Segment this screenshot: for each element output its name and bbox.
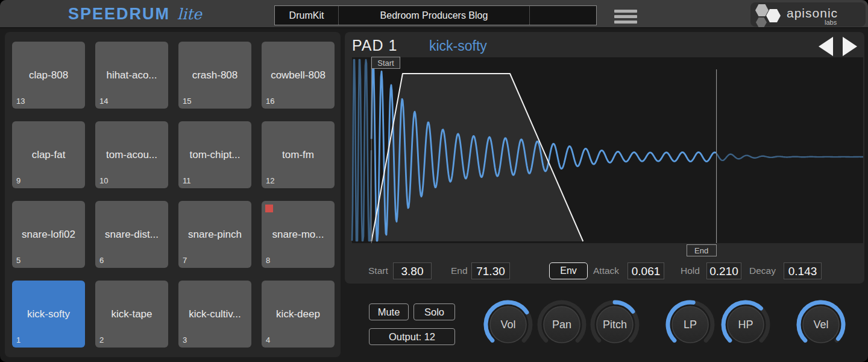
pad-active-indicator <box>265 205 273 212</box>
pad-snare-lofi02[interactable]: snare-lofi025 <box>12 201 85 268</box>
pad-name: cowbell-808 <box>271 69 326 81</box>
hexagon-icon <box>755 4 769 16</box>
next-pad-arrow-icon[interactable] <box>843 37 857 56</box>
pad-cowbell-808[interactable]: cowbell-80816 <box>262 42 335 109</box>
top-bar: SPEEDRUM lite DrumKit Bedroom Producers … <box>0 0 868 28</box>
pad-crash-808[interactable]: crash-80815 <box>178 42 251 109</box>
pad-number: 16 <box>266 97 274 106</box>
decay-param-label: Decay <box>749 262 776 279</box>
pad-name: snare-dist... <box>105 229 159 241</box>
start-param-label: Start <box>368 262 388 279</box>
drumkit-spare-cell <box>530 6 596 25</box>
waveform-svg <box>352 57 863 243</box>
pad-name: snare-lofi02 <box>22 229 75 241</box>
pad-number: 6 <box>99 256 104 265</box>
pad-number: 7 <box>183 256 187 265</box>
speedrum-logo: SPEEDRUM lite <box>68 5 202 24</box>
pad-number: 10 <box>99 176 108 185</box>
pads-panel: clap-80813hihat-aco...14crash-80815cowbe… <box>5 32 341 357</box>
pad-kick-softy[interactable]: kick-softy1 <box>12 281 85 348</box>
svg-text:Pitch: Pitch <box>603 319 627 331</box>
pad-tom-acou...[interactable]: tom-acou...10 <box>95 121 168 188</box>
pan-knob[interactable]: Pan <box>536 299 587 350</box>
pad-number: 1 <box>16 335 20 345</box>
pad-number: 2 <box>99 335 104 345</box>
pad-name: tom-chipt... <box>189 149 240 161</box>
pad-number: 13 <box>16 97 25 106</box>
waveform-post-end <box>717 153 863 160</box>
pad-name: kick-softy <box>27 308 70 320</box>
pad-number: 9 <box>16 176 20 185</box>
decay-param-value[interactable]: 0.143 <box>784 262 822 279</box>
pad-kick-deep[interactable]: kick-deep4 <box>262 281 335 348</box>
hold-param-label: Hold <box>681 262 700 279</box>
pad-snare-mo...[interactable]: snare-mo...8 <box>262 201 335 268</box>
pad-clap-fat[interactable]: clap-fat9 <box>12 121 85 188</box>
pad-name: kick-tape <box>111 308 152 320</box>
pad-name: kick-cultiv... <box>189 308 241 320</box>
pad-number: 4 <box>266 335 270 345</box>
drumkit-name[interactable]: Bedroom Producers Blog <box>339 6 530 25</box>
pad-name: clap-fat <box>32 149 66 161</box>
brand-sub: labs <box>825 19 837 26</box>
pad-number: 3 <box>183 335 187 345</box>
vel-knob[interactable]: Vel <box>796 299 846 350</box>
pad-name: clap-808 <box>29 69 68 81</box>
hold-param-value[interactable]: 0.210 <box>706 262 741 279</box>
svg-text:Pan: Pan <box>552 319 571 331</box>
end-param-label: End <box>451 262 468 279</box>
vol-knob[interactable]: Vol <box>483 299 533 350</box>
pad-snare-pinch[interactable]: snare-pinch7 <box>178 201 251 268</box>
logo-text: SPEEDRUM <box>68 5 170 24</box>
pad-number: 8 <box>266 256 270 265</box>
pads-grid: clap-80813hihat-aco...14crash-80815cowbe… <box>12 42 335 348</box>
hp-knob[interactable]: HP <box>720 299 771 350</box>
start-param-value[interactable]: 3.80 <box>393 262 432 279</box>
sample-name: kick-softy <box>429 38 487 54</box>
lp-knob[interactable]: LP <box>665 299 715 350</box>
pad-name: tom-acou... <box>106 149 157 161</box>
pad-name: hihat-aco... <box>106 69 157 81</box>
menu-icon[interactable] <box>614 10 637 24</box>
pad-name: tom-fm <box>282 149 314 161</box>
svg-text:Vel: Vel <box>813 319 828 331</box>
solo-button[interactable]: Solo <box>414 303 455 320</box>
pad-name: snare-mo... <box>272 229 324 241</box>
logo-lite-text: lite <box>177 5 202 23</box>
attack-param-label: Attack <box>593 262 619 279</box>
speedrum-window: SPEEDRUM lite DrumKit Bedroom Producers … <box>0 0 868 362</box>
end-marker-handle[interactable]: End <box>687 244 717 256</box>
pad-number: 15 <box>183 97 191 106</box>
pad-name: crash-808 <box>192 69 238 81</box>
output-button[interactable]: Output: 12 <box>369 328 455 345</box>
env-toggle-button[interactable]: Env <box>549 262 588 279</box>
svg-text:LP: LP <box>684 319 697 331</box>
pad-name: kick-deep <box>276 308 320 320</box>
drumkit-label[interactable]: DrumKit <box>275 6 339 25</box>
pad-tom-chipt...[interactable]: tom-chipt...11 <box>178 121 251 188</box>
pad-number: 14 <box>99 97 108 106</box>
waveform-display: Start End <box>352 57 863 243</box>
prev-pad-arrow-icon[interactable] <box>819 37 833 56</box>
hexagon-icon <box>766 9 781 22</box>
pad-kick-cultiv...[interactable]: kick-cultiv...3 <box>178 281 251 348</box>
drumkit-selector[interactable]: DrumKit Bedroom Producers Blog <box>274 5 597 25</box>
pad-tom-fm[interactable]: tom-fm12 <box>262 121 335 188</box>
waveform-pre-start <box>352 60 371 241</box>
pad-number: 11 <box>183 176 191 185</box>
attack-param-value[interactable]: 0.061 <box>627 262 664 279</box>
pad-snare-dist...[interactable]: snare-dist...6 <box>95 201 168 268</box>
pad-hihat-aco...[interactable]: hihat-aco...14 <box>95 42 168 109</box>
pad-number: 12 <box>266 176 274 185</box>
pad-editor-card: PAD 1 kick-softy Start End Start 3.80 En… <box>345 32 864 284</box>
svg-text:Vol: Vol <box>500 319 515 331</box>
pitch-knob[interactable]: Pitch <box>590 299 640 350</box>
end-param-value[interactable]: 71.30 <box>471 262 510 279</box>
pad-name: snare-pinch <box>188 229 242 241</box>
pad-number: 5 <box>16 256 20 265</box>
start-marker-handle[interactable]: Start <box>371 57 400 69</box>
svg-text:HP: HP <box>738 319 753 331</box>
pad-clap-808[interactable]: clap-80813 <box>12 42 85 109</box>
mute-button[interactable]: Mute <box>369 303 409 320</box>
pad-kick-tape[interactable]: kick-tape2 <box>95 281 168 348</box>
